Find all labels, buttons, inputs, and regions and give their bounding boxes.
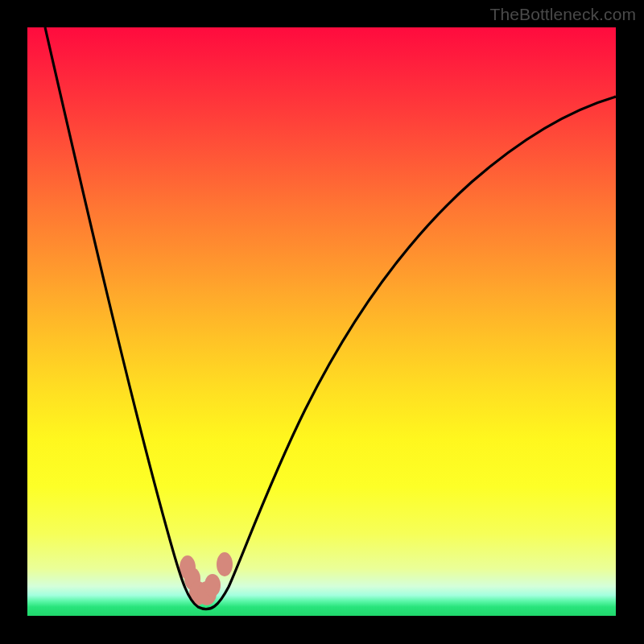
sweet-spot-blobs bbox=[180, 552, 233, 605]
blob-icon bbox=[204, 574, 221, 597]
plot-area bbox=[27, 27, 616, 616]
watermark-text: TheBottleneck.com bbox=[490, 5, 636, 24]
bottleneck-curve bbox=[45, 27, 616, 609]
chart-frame: TheBottleneck.com bbox=[0, 0, 644, 644]
curve-layer bbox=[27, 27, 616, 616]
blob-icon bbox=[217, 552, 233, 576]
